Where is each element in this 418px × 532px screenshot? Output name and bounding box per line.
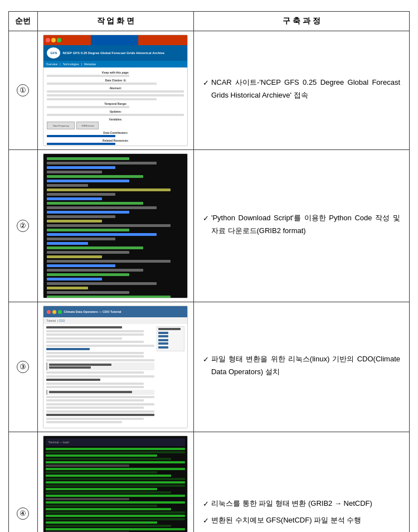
cdo-screenshot: Climate Data Operators — CDO Tutorial Tu…: [43, 306, 188, 428]
screenshot-cell: Climate Data Operators — CDO Tutorial Tu…: [37, 302, 193, 432]
process-item: ✓리눅스를 통한 파일 형태 변환 (GRIB2 → NetCDF): [203, 497, 400, 510]
header-row: 순번 작 업 화 면 구 축 과 정: [9, 12, 410, 31]
process-item: ✓변환된 수치예보 GFS(NetCDF) 파일 분석 수행: [203, 514, 400, 527]
screenshot-cell: Terminal — bash: [37, 432, 193, 533]
process-cell: ✓리눅스를 통한 파일 형태 변환 (GRIB2 → NetCDF)✓변환된 수…: [193, 432, 409, 533]
screenshot-cell: [37, 150, 193, 302]
main-table: 순번 작 업 화 면 구 축 과 정 ① GFS NCEP GFS 0.25 D…: [8, 11, 410, 532]
table-row: ④ Terminal — bash ✓리눅스를 통한 파일 형태 변환 (GRI…: [9, 432, 410, 533]
row-number: ②: [9, 150, 38, 302]
checkmark: ✓: [203, 76, 209, 89]
python-screenshot: [43, 153, 188, 298]
col3-header: 구 축 과 정: [193, 12, 409, 31]
table-row: ① GFS NCEP GFS 0.25 Degree Global Foreca…: [9, 31, 410, 150]
process-item-text: 변환된 수치예보 GFS(NetCDF) 파일 분석 수행: [211, 514, 400, 526]
process-item-text: 'Python Download Script'를 이용한 Python Cod…: [211, 211, 400, 238]
process-cell: ✓NCAR 사이트-'NCEP GFS 0.25 Degree Global F…: [193, 31, 409, 150]
table-row: ③ Climate Data Operators — CDO Tutorial …: [9, 302, 410, 432]
col2-header: 작 업 화 면: [37, 12, 193, 31]
checkmark: ✓: [203, 497, 209, 510]
table-row: ②: [9, 150, 410, 302]
col1-header: 순번: [9, 12, 38, 31]
process-item-text: 리눅스를 통한 파일 형태 변환 (GRIB2 → NetCDF): [211, 497, 400, 510]
process-text: ✓NCAR 사이트-'NCEP GFS 0.25 Degree Global F…: [203, 76, 400, 102]
process-text: ✓'Python Download Script'를 이용한 Python Co…: [203, 211, 400, 238]
row-number: ④: [9, 432, 38, 533]
process-item: ✓NCAR 사이트-'NCEP GFS 0.25 Degree Global F…: [203, 76, 400, 102]
process-item-text: NCAR 사이트-'NCEP GFS 0.25 Degree Global Fo…: [211, 76, 400, 102]
process-text: ✓리눅스를 통한 파일 형태 변환 (GRIB2 → NetCDF)✓변환된 수…: [203, 497, 400, 528]
row-number-circle: ④: [17, 507, 29, 520]
row-number-circle: ③: [17, 361, 29, 373]
screenshot-cell: GFS NCEP GFS 0.25 Degree Global Forecast…: [37, 31, 193, 150]
process-cell: ✓파일 형태 변환을 위한 리눅스(linux) 기반의 CDO(Climate…: [193, 302, 409, 432]
row-number: ③: [9, 302, 38, 432]
checkmark: ✓: [203, 514, 209, 527]
row-number-circle: ①: [17, 84, 29, 96]
row-number-circle: ②: [17, 220, 29, 232]
checkmark: ✓: [203, 212, 209, 225]
process-text: ✓파일 형태 변환을 위한 리눅스(linux) 기반의 CDO(Climate…: [203, 352, 400, 379]
process-cell: ✓'Python Download Script'를 이용한 Python Co…: [193, 150, 409, 302]
process-item: ✓파일 형태 변환을 위한 리눅스(linux) 기반의 CDO(Climate…: [203, 352, 400, 379]
checkmark: ✓: [203, 353, 209, 366]
process-item-text: 파일 형태 변환을 위한 리눅스(linux) 기반의 CDO(Climate …: [211, 352, 400, 379]
process-item: ✓'Python Download Script'를 이용한 Python Co…: [203, 211, 400, 238]
row-number: ①: [9, 31, 38, 150]
linux-screenshot: Terminal — bash: [43, 436, 188, 532]
ncep-screenshot: GFS NCEP GFS 0.25 Degree Global Forecast…: [43, 35, 188, 146]
